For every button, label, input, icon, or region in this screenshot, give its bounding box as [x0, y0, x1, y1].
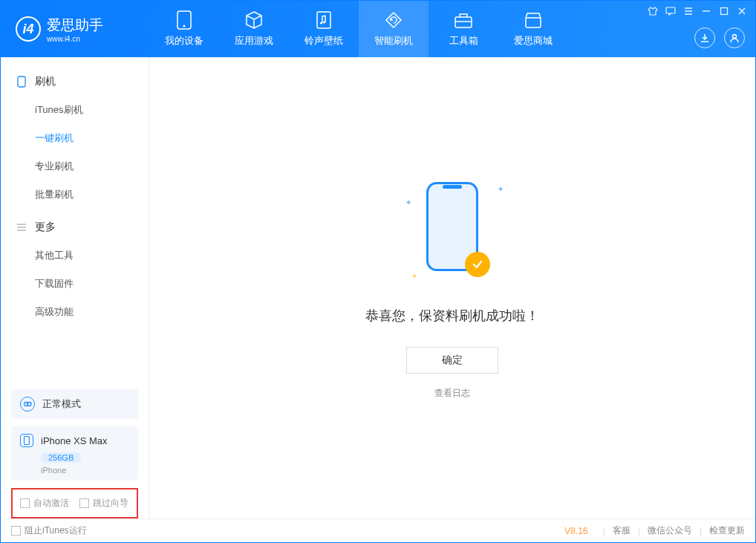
minimize-button[interactable] [697, 4, 715, 19]
window-controls [644, 4, 751, 19]
sparkle-icon: ✦ [498, 185, 504, 193]
statusbar-link-update[interactable]: 检查更新 [709, 524, 745, 537]
sidebar: 刷机 iTunes刷机 一键刷机 专业刷机 批量刷机 更多 其他工具 下载固件 … [1, 57, 149, 518]
nav-tab-apps[interactable]: 应用游戏 [219, 1, 289, 57]
app-url: www.i4.cn [47, 35, 103, 43]
svg-rect-13 [25, 437, 30, 445]
statusbar-link-support[interactable]: 客服 [613, 524, 630, 537]
ok-button[interactable]: 确定 [406, 347, 498, 374]
main-content: ✦ ✦ ✦ 恭喜您，保资料刷机成功啦！ 确定 查看日志 [149, 57, 755, 518]
svg-rect-6 [526, 18, 541, 27]
close-button[interactable] [733, 4, 751, 19]
success-illustration: ✦ ✦ ✦ [419, 176, 486, 280]
svg-rect-2 [317, 12, 330, 28]
sidebar-item-other-tools[interactable]: 其他工具 [1, 241, 149, 270]
device-card[interactable]: iPhone XS Max 256GB iPhone [11, 426, 138, 481]
device-card-icon [20, 434, 33, 447]
sidebar-item-download-firmware[interactable]: 下载固件 [1, 270, 149, 298]
mode-label: 正常模式 [42, 397, 81, 411]
view-log-link[interactable]: 查看日志 [434, 387, 470, 400]
download-button[interactable] [694, 27, 715, 48]
cube-icon [244, 10, 264, 30]
nav-tab-flash[interactable]: 智能刷机 [359, 1, 428, 57]
checkbox-icon [11, 526, 21, 536]
check-badge-icon [465, 252, 490, 277]
statusbar-link-wechat[interactable]: 微信公众号 [648, 524, 692, 537]
music-icon [314, 10, 333, 30]
mode-icon [20, 397, 35, 412]
phone-icon [16, 76, 27, 88]
svg-point-9 [733, 35, 737, 39]
nav-tab-shop[interactable]: 爱思商城 [498, 1, 568, 57]
checkbox-icon [20, 498, 30, 508]
checkbox-block-itunes[interactable]: 阻止iTunes运行 [11, 524, 87, 537]
success-message: 恭喜您，保资料刷机成功啦！ [365, 307, 539, 325]
nav-tab-toolbox[interactable]: 工具箱 [428, 1, 498, 57]
device-type: iPhone [41, 466, 129, 475]
refresh-icon [384, 10, 403, 30]
sidebar-section-flash[interactable]: 刷机 [1, 68, 149, 96]
app-title: 爱思助手 [47, 16, 103, 35]
svg-rect-7 [666, 7, 675, 13]
svg-rect-8 [721, 8, 728, 15]
checkbox-auto-activate[interactable]: 自动激活 [20, 497, 69, 510]
device-capacity: 256GB [41, 452, 81, 463]
titlebar: i4 爱思助手 www.i4.cn 我的设备 应用游戏 [1, 1, 755, 57]
device-icon [175, 10, 194, 30]
sidebar-item-itunes-flash[interactable]: iTunes刷机 [1, 96, 149, 124]
logo-area: i4 爱思助手 www.i4.cn [1, 16, 149, 43]
svg-rect-5 [455, 17, 472, 27]
titlebar-actions [694, 27, 745, 48]
app-logo-icon: i4 [16, 16, 41, 42]
user-button[interactable] [724, 27, 745, 48]
version-label: V8.16 [564, 526, 587, 536]
statusbar: 阻止iTunes运行 V8.16 | 客服 | 微信公众号 | 检查更新 [1, 518, 755, 542]
nav-tab-device[interactable]: 我的设备 [149, 1, 219, 57]
sidebar-item-batch-flash[interactable]: 批量刷机 [1, 181, 149, 209]
svg-point-4 [323, 22, 325, 24]
mode-card[interactable]: 正常模式 [11, 389, 138, 419]
shirt-icon[interactable] [644, 4, 662, 19]
highlighted-checkbox-row: 自动激活 跳过向导 [11, 488, 138, 518]
sparkle-icon: ✦ [411, 272, 417, 280]
feedback-icon[interactable] [662, 4, 680, 19]
checkbox-skip-guide[interactable]: 跳过向导 [79, 497, 128, 510]
checkbox-icon [79, 498, 89, 508]
sidebar-item-pro-flash[interactable]: 专业刷机 [1, 152, 149, 181]
maximize-button[interactable] [715, 4, 733, 19]
list-icon [16, 221, 27, 233]
sidebar-item-oneclick-flash[interactable]: 一键刷机 [1, 124, 149, 152]
shop-icon [524, 10, 543, 30]
svg-point-3 [320, 22, 322, 25]
toolbox-icon [454, 10, 473, 30]
sparkle-icon: ✦ [405, 198, 411, 207]
sidebar-section-more[interactable]: 更多 [1, 213, 149, 241]
nav-tabs: 我的设备 应用游戏 铃声壁纸 智能刷机 [149, 1, 568, 57]
sidebar-item-advanced[interactable]: 高级功能 [1, 298, 149, 326]
menu-icon[interactable] [680, 4, 697, 19]
svg-rect-10 [18, 77, 25, 87]
device-name: iPhone XS Max [41, 435, 108, 446]
svg-point-1 [183, 25, 186, 27]
nav-tab-ringtones[interactable]: 铃声壁纸 [289, 1, 359, 57]
